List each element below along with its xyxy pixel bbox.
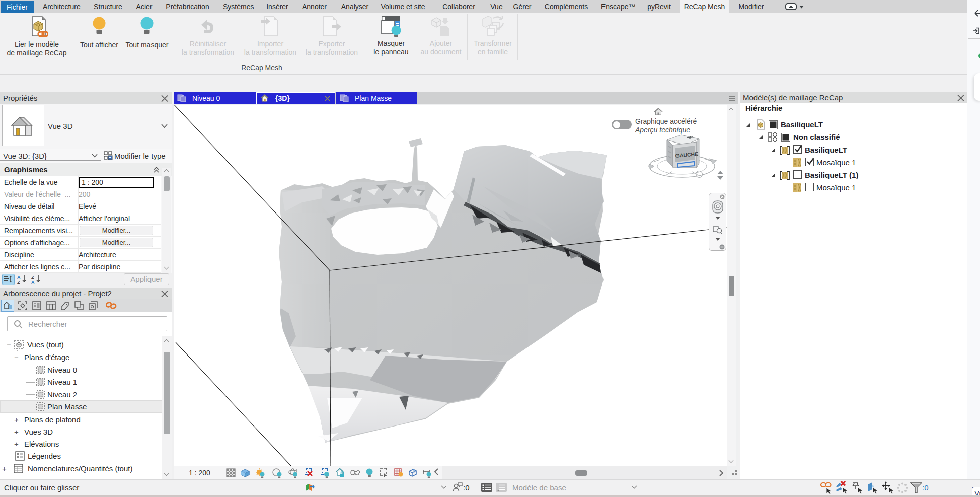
svg-text:Z: Z <box>31 275 34 280</box>
svg-text:A: A <box>17 275 21 280</box>
svg-text:Z: Z <box>17 280 20 285</box>
svg-text:A: A <box>31 280 35 285</box>
